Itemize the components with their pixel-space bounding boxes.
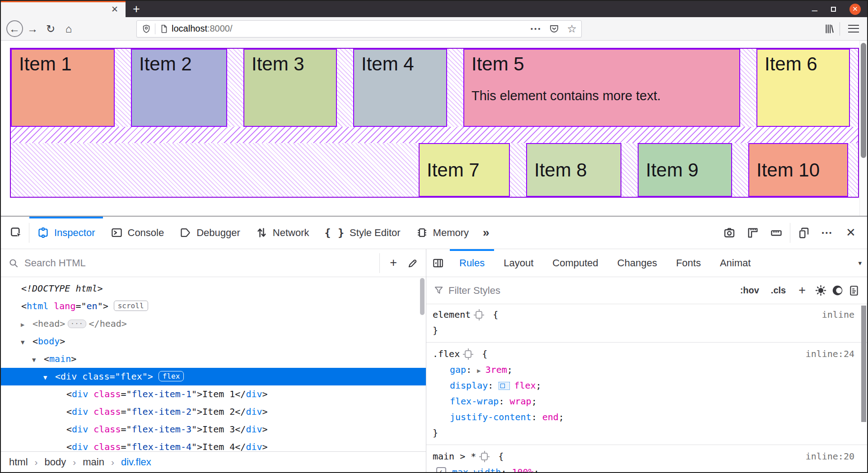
light-scheme-icon[interactable] [815, 284, 827, 297]
breadcrumb-item[interactable]: main [83, 456, 104, 468]
code-punct: =" [121, 406, 131, 417]
tab-fonts[interactable]: Fonts [667, 249, 710, 277]
eyedropper-icon[interactable] [407, 257, 419, 269]
measure-tool-button[interactable] [743, 223, 763, 243]
window-maximize-button[interactable] [831, 7, 836, 12]
browser-tab[interactable]: ✕ [1, 1, 126, 17]
devtools-menu-button[interactable]: ••• [817, 223, 837, 243]
responsive-mode-button[interactable] [794, 223, 814, 243]
markup-line[interactable]: ▼<main> [1, 350, 426, 368]
tab-network[interactable]: Network [248, 217, 317, 249]
twisty-icon[interactable]: ▼ [21, 334, 33, 351]
rule-line[interactable]: } [426, 425, 867, 441]
code-prop: max-width [452, 467, 501, 472]
code-text: Item 3 [202, 424, 235, 435]
tab-debugger[interactable]: Debugger [172, 217, 248, 249]
tab-inspector[interactable]: Inspector [29, 217, 103, 249]
rule-line[interactable]: gap: ▶3rem; [426, 362, 867, 378]
rule-source-link[interactable]: inline:20 [806, 449, 854, 464]
back-button[interactable]: ← [5, 20, 23, 38]
add-node-button[interactable]: + [385, 256, 401, 270]
code-punct: ; [536, 380, 541, 391]
page-scrollbar-thumb[interactable] [861, 43, 866, 158]
twisty-icon[interactable]: ▼ [32, 351, 44, 369]
tab-memory[interactable]: Memory [408, 217, 476, 249]
tab-style-editor[interactable]: { } Style Editor [317, 217, 408, 249]
class-toggle-button[interactable]: .cls [767, 285, 789, 296]
markup-pane: + <!DOCTYPE html><html lang="en">scroll▶… [1, 249, 426, 472]
node-badge[interactable]: scroll [114, 301, 148, 311]
breadcrumb-item[interactable]: body [45, 456, 66, 468]
code-punct: </ [235, 389, 246, 399]
markup-line[interactable]: <!DOCTYPE html> [1, 280, 426, 297]
markup-line[interactable]: ▶<head>···</head> [1, 315, 426, 333]
reload-button[interactable]: ↻ [42, 20, 60, 38]
forward-button[interactable]: → [23, 20, 42, 38]
sidebar-tabs-dropdown[interactable]: ▾ [858, 259, 867, 267]
tab-computed[interactable]: Computed [543, 249, 608, 277]
search-input[interactable] [24, 257, 374, 269]
screenshot-button[interactable] [719, 223, 739, 243]
markup-scrollbar-thumb[interactable] [420, 278, 425, 315]
property-checkbox[interactable] [436, 467, 446, 472]
tab-close-icon[interactable]: ✕ [111, 5, 118, 14]
code-punct: > [60, 336, 65, 347]
shield-icon[interactable] [141, 24, 151, 34]
markup-line[interactable]: <div class="flex-item-4">Item 4</div> [1, 438, 426, 451]
bookmark-star-icon[interactable]: ☆ [567, 23, 577, 35]
tab-rules[interactable]: Rules [450, 249, 494, 277]
breadcrumb-item[interactable]: div.flex [121, 456, 151, 468]
library-icon[interactable] [823, 23, 835, 35]
code-value: 3rem [485, 364, 507, 375]
devtools-close-button[interactable]: ✕ [841, 223, 861, 243]
rule-line[interactable]: flex-wrap: wrap; [426, 394, 867, 409]
debugger-icon [179, 227, 191, 239]
pick-element-button[interactable] [4, 217, 29, 249]
page-actions-icon[interactable]: ••• [531, 25, 542, 32]
markup-line-selected[interactable]: ▼<div class="flex">flex [1, 368, 426, 385]
twisty-icon[interactable]: ▶ [21, 316, 33, 334]
collapsed-ellipsis-badge[interactable]: ··· [68, 320, 86, 328]
rulers-button[interactable] [766, 223, 786, 243]
rule-line[interactable]: display: flex; [426, 378, 867, 394]
window-close-button[interactable]: ✕ [849, 4, 861, 15]
rule-source-link[interactable]: inline:24 [806, 346, 854, 362]
close-icon: ✕ [846, 226, 856, 240]
filter-styles-input[interactable] [448, 285, 732, 297]
rule-line[interactable]: main > * {inline:20 [426, 449, 867, 464]
markup-line[interactable]: ▼<body> [1, 333, 426, 350]
markup-line[interactable]: <div class="flex-item-1">Item 1</div> [1, 385, 426, 403]
rule-line[interactable]: .flex {inline:24 [426, 346, 867, 362]
dark-scheme-icon[interactable] [831, 284, 844, 297]
collapse-sidebar-button[interactable] [426, 249, 450, 277]
rule-line[interactable]: justify-content: end; [426, 409, 867, 425]
page-scrollbar[interactable] [859, 41, 867, 216]
markup-line[interactable]: <div class="flex-item-3">Item 3</div> [1, 421, 426, 438]
home-button[interactable]: ⌂ [60, 20, 78, 38]
page-icon[interactable] [159, 24, 169, 34]
tab-layout[interactable]: Layout [494, 249, 543, 277]
tab-animations[interactable]: Animat [710, 249, 760, 277]
rule-line[interactable]: } [426, 323, 867, 339]
add-rule-button[interactable]: + [794, 283, 810, 297]
new-tab-button[interactable]: + [126, 1, 147, 17]
tab-console[interactable]: Console [103, 217, 172, 249]
rule-source-link[interactable]: inline [822, 307, 854, 323]
pseudo-class-button[interactable]: :hov [737, 285, 763, 296]
more-tabs-button[interactable]: » [476, 226, 495, 240]
rule-line[interactable]: max-width: 100%; [426, 464, 867, 472]
twisty-icon[interactable]: ▼ [43, 369, 55, 386]
markup-line[interactable]: <div class="flex-item-2">Item 2</div> [1, 403, 426, 421]
markup-line[interactable]: <html lang="en">scroll [1, 297, 426, 315]
print-media-icon[interactable] [848, 285, 860, 297]
pocket-icon[interactable] [549, 23, 560, 34]
flex-badge[interactable]: flex [159, 371, 184, 381]
flex-highlight-toggle-icon[interactable] [499, 382, 510, 390]
breadcrumb-item[interactable]: html [9, 456, 28, 468]
url-bar[interactable]: localhost:8000/ ••• ☆ [136, 20, 582, 37]
rule-line[interactable]: element {inline [426, 307, 867, 323]
menu-button[interactable] [845, 20, 863, 38]
tab-changes[interactable]: Changes [608, 249, 667, 277]
url-text[interactable]: localhost:8000/ [172, 23, 531, 34]
memory-icon [416, 227, 428, 239]
